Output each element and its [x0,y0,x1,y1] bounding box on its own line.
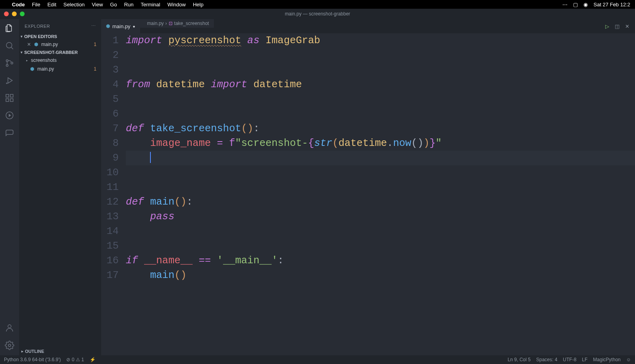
symbol-icon: ⊡ [169,21,173,26]
breadcrumb[interactable]: main.py › ⊡ take_screenshot [140,19,214,28]
python-file-icon: ⬢ [33,42,39,47]
main-area: EXPLORER ⋯ ▾ OPEN EDITORS ✕ ⬢ main.py 1 … [0,19,635,355]
svg-rect-6 [6,99,9,102]
menu-terminal[interactable]: Terminal [141,2,160,8]
svg-rect-8 [10,94,13,97]
modified-indicator-icon: ● [133,24,135,29]
menu-file[interactable]: File [32,2,40,8]
kernel-status-icon[interactable]: ⚡ [90,357,96,362]
feedback-icon[interactable]: ☺ [626,357,631,362]
problem-badge: 1 [94,42,96,47]
folder-label: screenshots [31,57,101,63]
menu-help[interactable]: Help [193,2,204,8]
svg-rect-7 [10,99,13,102]
svg-point-3 [11,62,13,64]
language-mode[interactable]: MagicPython [593,357,620,362]
file-label: main.py [37,66,91,72]
chevron-right-icon: ▸ [26,59,28,62]
menu-code[interactable]: Code [12,2,25,8]
menu-go[interactable]: Go [110,2,117,8]
remote-icon[interactable] [4,128,15,138]
indentation[interactable]: Spaces: 4 [536,357,557,362]
chevron-right-icon: › [165,21,167,26]
minimize-window-button[interactable] [12,11,17,16]
sidebar: EXPLORER ⋯ ▾ OPEN EDITORS ✕ ⬢ main.py 1 … [19,19,101,355]
window-titlebar: main.py — screenshot-grabber [0,9,635,19]
encoding[interactable]: UTF-8 [563,357,576,362]
problems-errors[interactable]: ⊘ 0 ⚠ 1 [66,357,84,362]
outline-header[interactable]: ▸ OUTLINE [19,347,101,355]
svg-point-10 [8,325,11,328]
clock[interactable]: Sat 27 Feb 12:2 [593,2,630,8]
svg-point-0 [6,42,12,48]
search-icon[interactable] [4,40,15,51]
editor-area: ⬢ main.py ● main.py › ⊡ take_screenshot … [101,19,635,355]
line-gutter: 1234567891011121314151617 [101,33,126,355]
problem-badge: 1 [94,66,96,72]
tree-folder[interactable]: ▸ screenshots [19,56,101,65]
eol[interactable]: LF [582,357,587,362]
svg-point-2 [6,65,8,67]
more-actions-icon[interactable]: ✕ [625,23,629,29]
code-content[interactable]: import pyscreenshot as ImageGrab from da… [126,33,635,355]
menu-window[interactable]: Window [167,2,186,8]
python-interpreter[interactable]: Python 3.6.9 64-bit ('3.6.9') [4,357,61,362]
code-editor[interactable]: 1234567891011121314151617 import pyscree… [101,33,635,355]
svg-point-1 [6,60,8,62]
menu-view[interactable]: View [92,2,103,8]
extensions-icon[interactable] [4,93,15,103]
chevron-down-icon: ▾ [21,34,23,38]
accounts-icon[interactable] [4,323,15,333]
python-file-icon: ⬢ [106,23,110,29]
tab-bar: ⬢ main.py ● main.py › ⊡ take_screenshot … [101,19,635,33]
traffic-lights [4,11,25,16]
run-debug-icon[interactable] [4,75,15,86]
open-editor-item[interactable]: ✕ ⬢ main.py 1 [19,40,101,49]
project-header[interactable]: ▾ SCREENSHOT-GRABBER [19,49,101,56]
menu-extra-icon[interactable]: ⋯ [562,2,568,8]
explorer-icon[interactable] [4,23,15,33]
window-title: main.py — screenshot-grabber [285,11,350,17]
activity-bar [0,19,19,355]
menu-selection[interactable]: Selection [64,2,85,8]
sidebar-more-icon[interactable]: ⋯ [91,23,96,29]
breadcrumb-symbol: take_screenshot [174,21,209,26]
open-editors-header[interactable]: ▾ OPEN EDITORS [19,33,101,40]
tree-file[interactable]: ⬢ main.py 1 [19,65,101,73]
tab-main-py[interactable]: ⬢ main.py ● [101,19,140,33]
menu-edit[interactable]: Edit [47,2,56,8]
status-bar: Python 3.6.9 64-bit ('3.6.9') ⊘ 0 ⚠ 1 ⚡ … [0,355,635,364]
python-file-icon: ⬢ [29,66,35,72]
file-label: main.py [41,42,91,47]
app-icon[interactable]: ◉ [583,2,588,8]
battery-icon[interactable]: ▢ [573,2,578,8]
close-icon[interactable]: ✕ [27,42,31,47]
maximize-window-button[interactable] [20,11,25,16]
chevron-down-icon: ▾ [21,50,23,54]
tab-label: main.py [112,23,131,29]
source-control-icon[interactable] [4,58,15,68]
chevron-right-icon: ▸ [21,349,23,353]
breadcrumb-file: main.py [147,21,164,26]
run-file-icon[interactable]: ▷ [605,23,609,29]
live-share-icon[interactable] [4,110,15,121]
menu-run[interactable]: Run [124,2,134,8]
split-editor-icon[interactable]: ◫ [615,23,620,29]
svg-rect-5 [6,94,9,97]
close-window-button[interactable] [4,11,9,16]
macos-menubar: Code File Edit Selection View Go Run Ter… [0,0,635,9]
settings-gear-icon[interactable] [4,340,15,351]
cursor-position[interactable]: Ln 9, Col 5 [508,357,531,362]
svg-point-4 [6,83,7,84]
text-cursor [150,152,151,163]
svg-point-11 [8,344,11,347]
sidebar-title: EXPLORER [25,24,50,29]
